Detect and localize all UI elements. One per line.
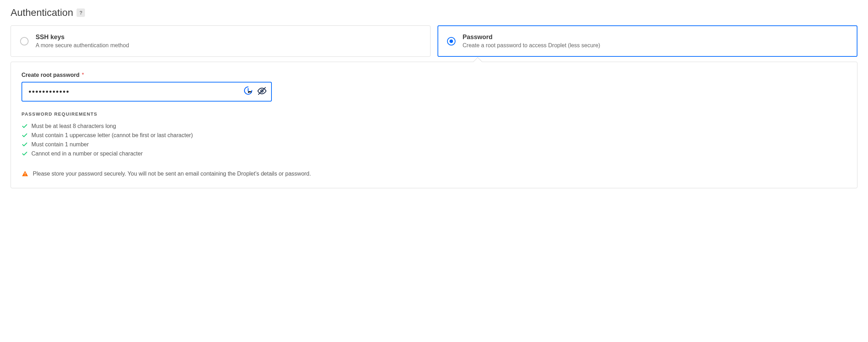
option-title: Password xyxy=(463,33,600,41)
root-password-input[interactable] xyxy=(22,82,272,102)
auth-method-options: SSH keys A more secure authentication me… xyxy=(11,25,857,57)
password-detail-panel: Create root password * xyxy=(11,62,857,188)
warning-text: Please store your password securely. You… xyxy=(33,171,311,177)
check-icon xyxy=(22,123,28,129)
requirement-text: Must contain 1 number xyxy=(31,141,89,148)
option-desc: Create a root password to access Droplet… xyxy=(463,42,600,49)
radio-icon xyxy=(447,37,456,45)
option-title: SSH keys xyxy=(36,33,129,41)
help-icon[interactable]: ? xyxy=(77,8,85,17)
requirements-list: Must be at least 8 characters long Must … xyxy=(22,122,846,158)
svg-rect-6 xyxy=(25,175,25,176)
requirement-item: Must contain 1 number xyxy=(22,140,846,149)
check-icon xyxy=(22,141,28,148)
ssh-keys-option[interactable]: SSH keys A more secure authentication me… xyxy=(11,25,430,57)
svg-rect-1 xyxy=(248,88,249,91)
check-icon xyxy=(22,132,28,139)
section-title: Authentication xyxy=(11,7,73,18)
check-icon xyxy=(22,151,28,157)
password-field-label: Create root password xyxy=(22,72,79,78)
requirement-text: Must contain 1 uppercase letter (cannot … xyxy=(31,132,193,139)
password-manager-icon[interactable] xyxy=(244,86,253,97)
requirements-heading: PASSWORD REQUIREMENTS xyxy=(22,111,846,117)
svg-point-2 xyxy=(249,93,250,93)
password-option[interactable]: Password Create a root password to acces… xyxy=(438,25,857,57)
required-indicator: * xyxy=(82,72,84,78)
warning-icon xyxy=(22,170,29,177)
requirement-text: Must be at least 8 characters long xyxy=(31,123,116,129)
requirement-item: Must contain 1 uppercase letter (cannot … xyxy=(22,131,846,140)
eye-hide-icon[interactable] xyxy=(257,86,267,97)
requirement-item: Must be at least 8 characters long xyxy=(22,122,846,131)
option-text: SSH keys A more secure authentication me… xyxy=(36,33,129,49)
warning-row: Please store your password securely. You… xyxy=(22,170,846,177)
radio-icon xyxy=(20,37,29,45)
option-desc: A more secure authentication method xyxy=(36,42,129,49)
svg-rect-5 xyxy=(25,173,25,175)
requirement-text: Cannot end in a number or special charac… xyxy=(31,151,143,157)
option-text: Password Create a root password to acces… xyxy=(463,33,600,49)
requirement-item: Cannot end in a number or special charac… xyxy=(22,149,846,158)
